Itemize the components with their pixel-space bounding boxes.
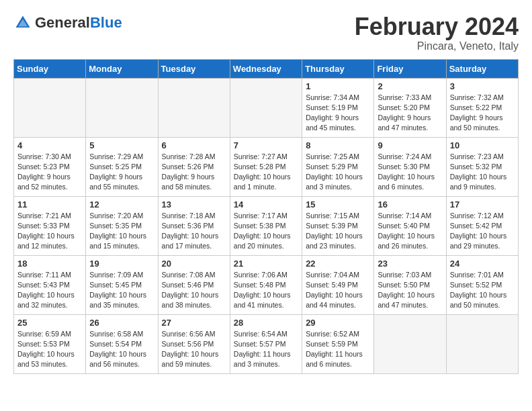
- day-info: Sunrise: 6:54 AM Sunset: 5:57 PM Dayligh…: [234, 329, 298, 370]
- calendar-cell: [374, 314, 446, 373]
- calendar-cell: 26Sunrise: 6:58 AM Sunset: 5:54 PM Dayli…: [86, 314, 158, 373]
- day-info: Sunrise: 6:52 AM Sunset: 5:59 PM Dayligh…: [306, 329, 370, 370]
- calendar-week-1: 1Sunrise: 7:34 AM Sunset: 5:19 PM Daylig…: [14, 78, 519, 137]
- calendar-cell: 28Sunrise: 6:54 AM Sunset: 5:57 PM Dayli…: [230, 314, 302, 373]
- day-info: Sunrise: 7:12 AM Sunset: 5:42 PM Dayligh…: [450, 211, 515, 252]
- month-title: February 2024: [355, 13, 519, 40]
- calendar-cell: 24Sunrise: 7:01 AM Sunset: 5:52 PM Dayli…: [446, 255, 518, 314]
- day-number: 23: [378, 259, 442, 269]
- day-info: Sunrise: 7:18 AM Sunset: 5:36 PM Dayligh…: [162, 211, 226, 252]
- day-number: 26: [89, 318, 154, 328]
- day-number: 27: [162, 318, 226, 328]
- day-number: 6: [162, 140, 226, 150]
- calendar-cell: 16Sunrise: 7:14 AM Sunset: 5:40 PM Dayli…: [374, 196, 446, 255]
- day-info: Sunrise: 7:24 AM Sunset: 5:30 PM Dayligh…: [378, 152, 442, 193]
- calendar-cell: 27Sunrise: 6:56 AM Sunset: 5:56 PM Dayli…: [158, 314, 230, 373]
- calendar-cell: 3Sunrise: 7:32 AM Sunset: 5:22 PM Daylig…: [446, 78, 518, 137]
- day-info: Sunrise: 7:08 AM Sunset: 5:46 PM Dayligh…: [162, 270, 226, 311]
- day-number: 18: [17, 259, 82, 269]
- day-number: 5: [89, 140, 154, 150]
- day-number: 10: [450, 140, 515, 150]
- column-header-monday: Monday: [86, 59, 158, 78]
- day-info: Sunrise: 6:58 AM Sunset: 5:54 PM Dayligh…: [89, 329, 154, 370]
- day-number: 9: [378, 140, 442, 150]
- calendar-cell: 17Sunrise: 7:12 AM Sunset: 5:42 PM Dayli…: [446, 196, 518, 255]
- day-number: 15: [306, 199, 370, 210]
- column-header-wednesday: Wednesday: [230, 59, 302, 78]
- location-title: Pincara, Veneto, Italy: [355, 40, 519, 52]
- calendar-cell: 4Sunrise: 7:30 AM Sunset: 5:23 PM Daylig…: [14, 137, 86, 196]
- day-info: Sunrise: 7:28 AM Sunset: 5:26 PM Dayligh…: [162, 152, 226, 193]
- day-number: 19: [89, 259, 154, 269]
- day-info: Sunrise: 7:29 AM Sunset: 5:25 PM Dayligh…: [89, 152, 154, 193]
- day-info: Sunrise: 7:25 AM Sunset: 5:29 PM Dayligh…: [306, 152, 370, 193]
- day-number: 7: [234, 140, 298, 150]
- day-info: Sunrise: 7:14 AM Sunset: 5:40 PM Dayligh…: [378, 211, 442, 252]
- day-info: Sunrise: 7:27 AM Sunset: 5:28 PM Dayligh…: [234, 152, 298, 193]
- day-number: 22: [306, 259, 370, 269]
- calendar-cell: 23Sunrise: 7:03 AM Sunset: 5:50 PM Dayli…: [374, 255, 446, 314]
- logo-icon: [13, 13, 32, 32]
- calendar-week-5: 25Sunrise: 6:59 AM Sunset: 5:53 PM Dayli…: [14, 314, 519, 373]
- day-number: 28: [234, 318, 298, 328]
- day-info: Sunrise: 6:56 AM Sunset: 5:56 PM Dayligh…: [162, 329, 226, 370]
- calendar-cell: [14, 78, 86, 137]
- calendar-cell: 21Sunrise: 7:06 AM Sunset: 5:48 PM Dayli…: [230, 255, 302, 314]
- column-header-sunday: Sunday: [14, 59, 86, 78]
- calendar-cell: 9Sunrise: 7:24 AM Sunset: 5:30 PM Daylig…: [374, 137, 446, 196]
- logo-general: General: [35, 14, 90, 31]
- day-info: Sunrise: 7:01 AM Sunset: 5:52 PM Dayligh…: [450, 270, 515, 311]
- calendar-cell: 18Sunrise: 7:11 AM Sunset: 5:43 PM Dayli…: [14, 255, 86, 314]
- day-info: Sunrise: 7:20 AM Sunset: 5:35 PM Dayligh…: [89, 211, 154, 252]
- calendar-cell: 13Sunrise: 7:18 AM Sunset: 5:36 PM Dayli…: [158, 196, 230, 255]
- calendar-cell: [158, 78, 230, 137]
- logo-text: GeneralBlue: [35, 14, 122, 32]
- calendar-week-3: 11Sunrise: 7:21 AM Sunset: 5:33 PM Dayli…: [14, 196, 519, 255]
- day-number: 25: [17, 318, 82, 328]
- calendar-cell: 14Sunrise: 7:17 AM Sunset: 5:38 PM Dayli…: [230, 196, 302, 255]
- calendar-week-4: 18Sunrise: 7:11 AM Sunset: 5:43 PM Dayli…: [14, 255, 519, 314]
- day-number: 1: [306, 81, 370, 91]
- day-number: 3: [450, 81, 515, 91]
- calendar-cell: 7Sunrise: 7:27 AM Sunset: 5:28 PM Daylig…: [230, 137, 302, 196]
- calendar-header-row: SundayMondayTuesdayWednesdayThursdayFrid…: [14, 59, 519, 78]
- day-number: 14: [234, 199, 298, 210]
- day-info: Sunrise: 7:32 AM Sunset: 5:22 PM Dayligh…: [450, 93, 515, 134]
- day-info: Sunrise: 7:33 AM Sunset: 5:20 PM Dayligh…: [378, 93, 442, 134]
- day-info: Sunrise: 7:23 AM Sunset: 5:32 PM Dayligh…: [450, 152, 515, 193]
- day-info: Sunrise: 7:09 AM Sunset: 5:45 PM Dayligh…: [89, 270, 154, 311]
- calendar-cell: 22Sunrise: 7:04 AM Sunset: 5:49 PM Dayli…: [302, 255, 374, 314]
- calendar-cell: 29Sunrise: 6:52 AM Sunset: 5:59 PM Dayli…: [302, 314, 374, 373]
- day-info: Sunrise: 7:30 AM Sunset: 5:23 PM Dayligh…: [17, 152, 82, 193]
- day-info: Sunrise: 7:03 AM Sunset: 5:50 PM Dayligh…: [378, 270, 442, 311]
- day-number: 11: [17, 199, 82, 210]
- calendar-cell: 19Sunrise: 7:09 AM Sunset: 5:45 PM Dayli…: [86, 255, 158, 314]
- day-info: Sunrise: 7:17 AM Sunset: 5:38 PM Dayligh…: [234, 211, 298, 252]
- day-number: 20: [162, 259, 226, 269]
- day-info: Sunrise: 7:11 AM Sunset: 5:43 PM Dayligh…: [17, 270, 82, 311]
- day-info: Sunrise: 7:04 AM Sunset: 5:49 PM Dayligh…: [306, 270, 370, 311]
- calendar-cell: 5Sunrise: 7:29 AM Sunset: 5:25 PM Daylig…: [86, 137, 158, 196]
- day-info: Sunrise: 7:34 AM Sunset: 5:19 PM Dayligh…: [306, 93, 370, 134]
- logo: GeneralBlue: [13, 13, 122, 32]
- column-header-thursday: Thursday: [302, 59, 374, 78]
- calendar-cell: [230, 78, 302, 137]
- day-number: 21: [234, 259, 298, 269]
- day-info: Sunrise: 6:59 AM Sunset: 5:53 PM Dayligh…: [17, 329, 82, 370]
- calendar-cell: 25Sunrise: 6:59 AM Sunset: 5:53 PM Dayli…: [14, 314, 86, 373]
- calendar-cell: 2Sunrise: 7:33 AM Sunset: 5:20 PM Daylig…: [374, 78, 446, 137]
- day-number: 17: [450, 199, 515, 210]
- title-area: February 2024 Pincara, Veneto, Italy: [355, 13, 519, 52]
- calendar-cell: 6Sunrise: 7:28 AM Sunset: 5:26 PM Daylig…: [158, 137, 230, 196]
- calendar-cell: [446, 314, 518, 373]
- calendar-cell: 15Sunrise: 7:15 AM Sunset: 5:39 PM Dayli…: [302, 196, 374, 255]
- day-number: 2: [378, 81, 442, 91]
- column-header-friday: Friday: [374, 59, 446, 78]
- day-number: 4: [17, 140, 82, 150]
- day-number: 8: [306, 140, 370, 150]
- day-number: 24: [450, 259, 515, 269]
- day-number: 12: [89, 199, 154, 210]
- calendar-cell: [86, 78, 158, 137]
- calendar-cell: 1Sunrise: 7:34 AM Sunset: 5:19 PM Daylig…: [302, 78, 374, 137]
- day-number: 13: [162, 199, 226, 210]
